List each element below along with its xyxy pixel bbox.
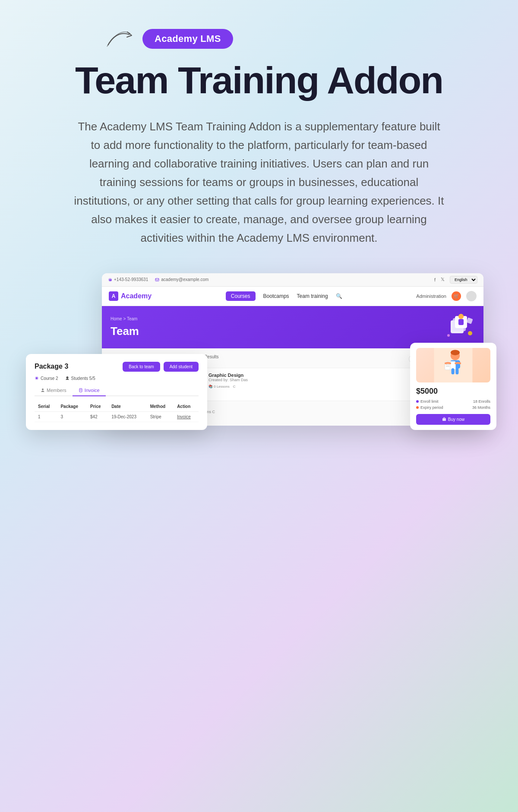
svg-rect-23 (79, 389, 82, 392)
row-date: 19-Dec-2023 (108, 411, 147, 422)
logo-icon: A (109, 291, 118, 301)
logo[interactable]: A academy (109, 291, 152, 301)
price-amount: $5000 (416, 387, 490, 396)
svg-point-28 (451, 350, 460, 355)
cart-icon[interactable]: 🛒 (452, 291, 461, 301)
svg-rect-8 (466, 317, 473, 324)
col-method: Method (147, 401, 174, 412)
cart-buy-icon (442, 417, 446, 421)
svg-rect-2 (155, 278, 159, 281)
svg-rect-36 (455, 368, 458, 374)
students-icon (65, 376, 69, 380)
nav-right: Administration 🛒 (416, 291, 477, 301)
nav-courses[interactable]: Courses (226, 291, 256, 301)
buy-now-button[interactable]: Buy now (416, 414, 490, 425)
enroll-icon (416, 400, 419, 403)
enroll-limit: Enroll limit 18 Enrolls (416, 399, 490, 404)
svg-point-9 (458, 314, 464, 319)
svg-point-22 (42, 389, 44, 390)
hero-title: Team (111, 325, 475, 338)
package-header: Package 3 Back to team Add student (35, 362, 199, 372)
browser-topbar: ☎ +143-52-9933631 academy@example.com f … (102, 273, 483, 287)
tab-members[interactable]: Members (35, 385, 73, 395)
twitter-icon[interactable]: 𝕏 (441, 277, 445, 282)
back-to-team-button[interactable]: Back to team (123, 362, 160, 372)
page-description: The Academy LMS Team Training Addon is a… (73, 117, 445, 247)
topbar-social: f 𝕏 English (434, 276, 477, 284)
price-card: $5000 Enroll limit 18 Enrolls Expiry per… (410, 343, 496, 430)
course-info-item: Course 2 (35, 376, 58, 381)
expiry-icon (416, 406, 419, 409)
admin-label: Administration (416, 294, 446, 299)
svg-point-6 (468, 331, 472, 335)
phone-icon: ☎ (108, 278, 112, 282)
members-tab-icon (41, 388, 45, 392)
package-card: Package 3 Back to team Add student Cours… (26, 354, 207, 430)
course-created-by: Created by: Sham Das (208, 378, 248, 382)
hero-illustration (442, 310, 477, 342)
package-title: Package 3 (35, 363, 68, 370)
svg-text:☎: ☎ (109, 278, 112, 281)
price-details: Enroll limit 18 Enrolls Expiry period 36… (416, 399, 490, 410)
hero-banner: Home > Team Team (102, 306, 483, 348)
user-avatar[interactable] (466, 291, 477, 301)
col-price: Price (87, 401, 108, 412)
nav-bootcamps[interactable]: Bootcamps (263, 293, 289, 299)
add-student-button[interactable]: Add student (164, 362, 199, 372)
col-date: Date (108, 401, 147, 412)
package-info-row: Course 2 Students 5/5 (35, 376, 199, 381)
email-icon (155, 278, 159, 282)
course-icon (35, 376, 39, 380)
row-package: 3 (57, 411, 87, 422)
invoice-tab-icon (79, 388, 83, 392)
course-name: Graphic Design (208, 373, 248, 378)
invoice-table: Serial Package Price Date Method Action … (35, 401, 199, 422)
page-title: Team Training Addon (75, 60, 443, 100)
language-select[interactable]: English (450, 276, 477, 284)
tab-invoice[interactable]: Invoice (73, 385, 106, 396)
search-icon[interactable]: 🔍 (336, 293, 342, 299)
svg-point-7 (447, 334, 450, 337)
svg-point-20 (36, 377, 38, 379)
col-serial: Serial (35, 401, 57, 412)
course-info: Graphic Design Created by: Sham Das 📚 0 … (208, 373, 248, 389)
price-card-image (416, 348, 490, 382)
svg-rect-35 (452, 368, 455, 374)
nav-team-training[interactable]: Team training (297, 293, 328, 299)
row-action[interactable]: Invoice (174, 411, 199, 422)
facebook-icon[interactable]: f (434, 277, 436, 282)
academy-badge: Academy LMS (142, 29, 233, 49)
course-extra: C (233, 385, 236, 389)
invoice-row: 1 3 $42 19-Dec-2023 Stripe Invoice (35, 411, 199, 422)
package-actions: Back to team Add student (123, 362, 199, 372)
breadcrumb: Home > Team (111, 316, 475, 321)
col-package: Package (57, 401, 87, 412)
col-action: Action (174, 401, 199, 412)
email-info: academy@example.com (155, 277, 208, 282)
course-lessons: 📚 0 Lessons (208, 385, 230, 389)
expiry-period: Expiry period 36 Months (416, 405, 490, 410)
nav-links: Courses Bootcamps Team training 🔍 (226, 291, 342, 301)
row-price: $42 (87, 411, 108, 422)
tabs-row: Members Invoice (35, 385, 199, 396)
row-method: Stripe (147, 411, 174, 422)
main-nav: A academy Courses Bootcamps Team trainin… (102, 287, 483, 306)
arrow-decoration (104, 26, 138, 52)
svg-point-21 (66, 376, 68, 379)
svg-rect-10 (458, 319, 464, 325)
phone-info: ☎ +143-52-9933631 (108, 277, 148, 282)
svg-rect-37 (442, 418, 446, 421)
students-info-item: Students 5/5 (65, 376, 95, 381)
row-serial: 1 (35, 411, 57, 422)
